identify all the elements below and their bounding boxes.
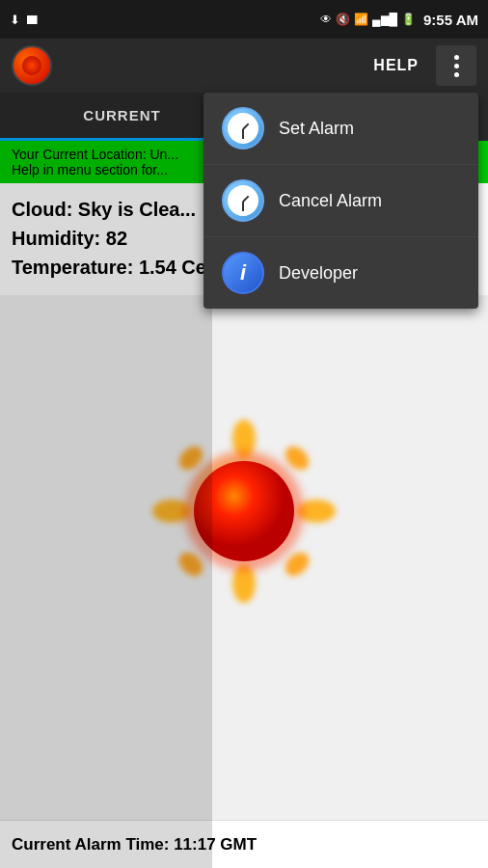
usb-icon: ⬇ (10, 13, 20, 27)
signal-icon: ▄▆█ (372, 13, 397, 26)
developer-label: Developer (279, 263, 358, 284)
dot2 (454, 64, 459, 68)
menu-overlay (0, 93, 212, 868)
menu-item-cancel-alarm[interactable]: Cancel Alarm (203, 165, 478, 237)
menu-item-set-alarm[interactable]: Set Alarm (203, 93, 478, 165)
top-bar: HELP (0, 39, 488, 93)
dropdown-menu: Set Alarm Cancel Alarm i Developer (203, 93, 478, 309)
clock-status: 9:55 AM (423, 12, 478, 28)
battery-icon: 🔋 (401, 13, 416, 26)
clock2-min-hand (242, 202, 244, 211)
cancel-alarm-icon (221, 178, 265, 223)
app-logo (12, 45, 52, 86)
bb-icon: ⯀ (26, 13, 39, 27)
info-circle-icon: i (222, 252, 264, 294)
wifi-icon: 📶 (354, 13, 368, 26)
eye-icon: 👁 (320, 13, 332, 26)
help-button[interactable]: HELP (360, 49, 432, 82)
overflow-menu-button[interactable] (436, 45, 476, 86)
status-left-icons: ⬇ ⯀ (10, 13, 39, 27)
status-bar: ⬇ ⯀ 👁 🔇 📶 ▄▆█ 🔋 9:55 AM (0, 0, 488, 39)
logo-inner (22, 56, 41, 75)
set-alarm-label: Set Alarm (279, 119, 354, 139)
mute-icon: 🔇 (336, 13, 350, 26)
menu-item-developer[interactable]: i Developer (203, 237, 478, 309)
cancel-alarm-label: Cancel Alarm (279, 191, 382, 211)
set-alarm-icon (221, 106, 265, 150)
dot3 (454, 72, 459, 77)
status-right-icons: 👁 🔇 📶 ▄▆█ 🔋 9:55 AM (320, 12, 478, 28)
dot1 (454, 55, 459, 60)
clock-min-hand (242, 129, 244, 139)
developer-icon: i (221, 251, 265, 295)
